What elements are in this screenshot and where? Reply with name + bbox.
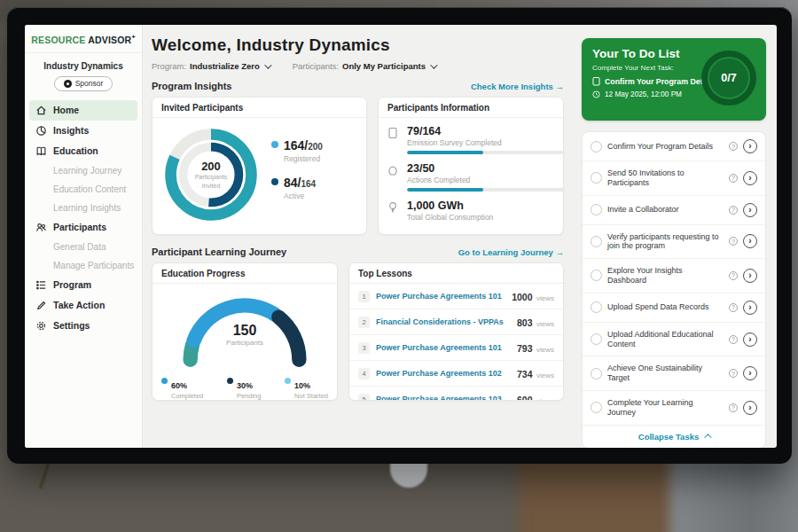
monitor-bezel: RESOURCE ADVISOR+ Industry Dynamics Spon…	[7, 7, 792, 464]
task-chevron-button[interactable]: ›	[743, 203, 757, 217]
task-checkbox[interactable]	[591, 204, 602, 215]
task-row[interactable]: Explore Your Insights Dashboard ? ›	[583, 259, 765, 293]
lesson-link[interactable]: Power Purchase Agreements 101	[376, 292, 505, 301]
info-icon[interactable]: ?	[729, 237, 738, 246]
task-row[interactable]: Invite a Collaborator ? ›	[583, 196, 765, 225]
sidebar-item-learning-journey[interactable]: Learning Journey	[25, 161, 142, 180]
top-lessons-card: Top Lessons 1 Power Purchase Agreements …	[348, 262, 564, 401]
legend-registered: 164/200 Registered	[271, 137, 323, 163]
info-icon[interactable]: ?	[729, 369, 738, 378]
task-chevron-button[interactable]: ›	[743, 139, 757, 153]
sidebar-item-insights[interactable]: Insights	[25, 121, 142, 141]
check-more-insights-link[interactable]: Check More Insights →	[471, 82, 564, 91]
page-title: Welcome, Industry Dynamics	[152, 35, 564, 55]
task-checkbox[interactable]	[591, 172, 602, 184]
task-row[interactable]: Verify participants requesting to join t…	[583, 225, 765, 260]
task-chevron-button[interactable]: ›	[743, 401, 757, 415]
invited-participants-card: Invited Participants 200 ParticipantsInv…	[152, 97, 367, 235]
insights-icon	[35, 125, 47, 137]
card-title: Education Progress	[153, 263, 337, 284]
task-row[interactable]: Confirm Your Program Details ? ›	[583, 132, 765, 161]
task-row[interactable]: Upload Spend Data Records ? ›	[583, 293, 765, 323]
sidebar-item-general-data[interactable]: General Data	[25, 238, 142, 256]
stat-emission-survey: 79/164 Emission Survey Completed	[387, 125, 554, 154]
task-checkbox[interactable]	[591, 270, 602, 281]
task-checkbox[interactable]	[591, 236, 602, 247]
sponsor-badge[interactable]: Sponsor	[54, 76, 113, 91]
book-icon	[35, 145, 47, 157]
lesson-row: 5 Power Purchase Agreements 103 600 view…	[349, 387, 563, 401]
legend-dot	[161, 378, 168, 384]
logo-resource: RESOURCE	[31, 35, 85, 45]
program-insights-title: Program Insights	[152, 81, 231, 91]
lesson-row: 2 Financial Considerations - VPPAs 803 v…	[349, 309, 563, 335]
info-icon[interactable]: ?	[729, 174, 738, 183]
lesson-link[interactable]: Power Purchase Agreements 103	[376, 395, 511, 401]
gauge-count: 150	[168, 323, 321, 339]
task-checkbox[interactable]	[591, 141, 602, 153]
sidebar-item-settings[interactable]: Settings	[25, 316, 142, 336]
list-icon	[35, 279, 47, 291]
sidebar-item-education-content[interactable]: Education Content	[25, 180, 142, 199]
sidebar-item-home[interactable]: Home	[29, 100, 137, 121]
card-title: Top Lessons	[349, 263, 563, 284]
sidebar-item-participants[interactable]: Participants	[25, 217, 142, 238]
actions-icon	[387, 162, 400, 192]
task-row[interactable]: Upload Additional Educational Content ? …	[583, 323, 765, 357]
go-to-learning-journey-link[interactable]: Go to Learning Journey →	[458, 247, 564, 257]
task-chevron-button[interactable]: ›	[743, 234, 757, 248]
education-legend: 60%Completed 30%Pending 10%Not Started	[158, 372, 332, 400]
task-row[interactable]: Send 50 Invitations to Participants ? ›	[583, 161, 765, 196]
invited-donut-chart: 200 ParticipantsInvited	[160, 123, 262, 226]
sponsor-icon	[64, 80, 72, 88]
todo-next-task: Confirm Your Program Details	[605, 77, 716, 86]
lesson-row: 4 Power Purchase Agreements 102 734 view…	[349, 361, 563, 387]
filter-bar: Program:Industrialize Zero Participants:…	[152, 61, 564, 71]
collapse-tasks-link[interactable]: Collapse Tasks	[583, 426, 765, 448]
task-chevron-button[interactable]: ›	[743, 332, 757, 347]
sidebar-item-education[interactable]: Education	[25, 141, 142, 161]
education-progress-card: Education Progress 150 Participants 60%C…	[152, 262, 338, 401]
info-icon[interactable]: ?	[729, 335, 738, 344]
task-chevron-button[interactable]: ›	[743, 301, 757, 315]
sidebar-nav: Home Insights Education Learning Journey…	[25, 100, 142, 336]
task-checkbox[interactable]	[591, 301, 602, 313]
card-title: Invited Participants	[153, 98, 366, 118]
lesson-link[interactable]: Power Purchase Agreements 102	[376, 369, 511, 378]
task-chevron-button[interactable]: ›	[743, 366, 757, 380]
learning-journey-title: Participant Learning Journey	[152, 246, 286, 257]
sidebar-item-learning-insights[interactable]: Learning Insights	[25, 199, 142, 217]
task-checkbox[interactable]	[591, 402, 602, 413]
task-chevron-button[interactable]: ›	[743, 269, 757, 283]
lesson-link[interactable]: Financial Considerations - VPPAs	[376, 317, 511, 326]
lesson-link[interactable]: Power Purchase Agreements 101	[376, 343, 511, 352]
logo-advisor: ADVISOR	[88, 35, 131, 45]
bulb-icon	[387, 200, 400, 225]
pencil-icon	[35, 300, 47, 311]
home-icon	[35, 105, 47, 116]
info-icon[interactable]: ?	[729, 206, 738, 215]
task-row[interactable]: Complete Your Learning Journey ? ›	[583, 391, 765, 426]
chevron-up-icon	[704, 434, 711, 441]
info-icon[interactable]: ?	[729, 142, 738, 151]
legend-dot	[227, 378, 233, 384]
task-checkbox[interactable]	[591, 333, 602, 345]
info-icon[interactable]: ?	[729, 303, 738, 312]
participants-filter[interactable]: Participants:Only My Participants	[293, 61, 435, 71]
stat-actions-completed: 23/50 Actions Completed	[387, 162, 554, 192]
sidebar: RESOURCE ADVISOR+ Industry Dynamics Spon…	[25, 25, 143, 448]
clipboard-icon	[592, 76, 600, 86]
program-filter[interactable]: Program:Industrialize Zero	[152, 61, 270, 71]
participants-icon	[35, 222, 47, 233]
task-checkbox[interactable]	[591, 368, 602, 379]
sidebar-item-manage-participants[interactable]: Manage Participants	[25, 256, 142, 275]
sidebar-item-program[interactable]: Program	[25, 275, 142, 295]
legend-active: 84/164 Active	[271, 175, 323, 200]
todo-progress-ring: 0/7	[701, 51, 756, 106]
task-row[interactable]: Achieve One Sustainability Target ? ›	[583, 356, 765, 391]
info-icon[interactable]: ?	[729, 271, 738, 280]
task-chevron-button[interactable]: ›	[743, 171, 757, 185]
info-icon[interactable]: ?	[729, 403, 738, 412]
stat-total-consumption: 1,000 GWh Total Global Consumption	[387, 200, 554, 225]
sidebar-item-take-action[interactable]: Take Action	[25, 295, 142, 316]
